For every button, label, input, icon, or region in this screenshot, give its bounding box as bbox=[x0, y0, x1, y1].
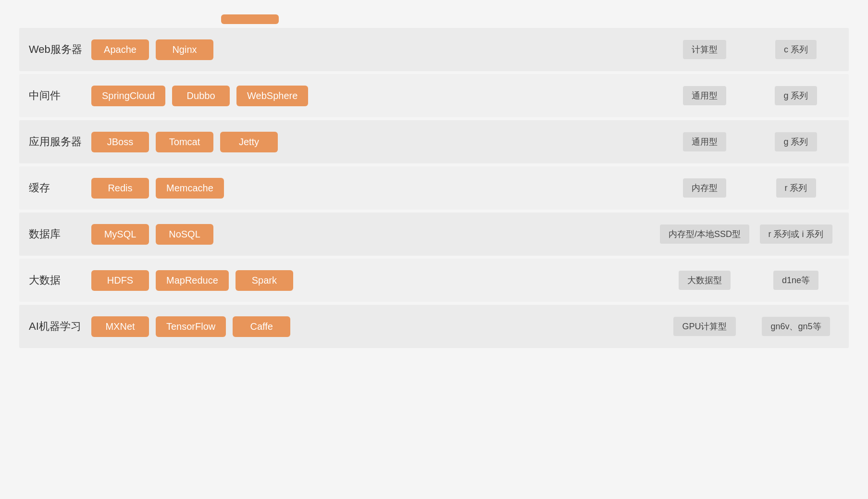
row-tags-web-server: ApacheNginx bbox=[91, 39, 657, 60]
row-label-app-server: 应用服务器 bbox=[29, 135, 91, 149]
series-badge-bigdata: d1ne等 bbox=[773, 271, 818, 290]
row-database: 数据库MySQLNoSQL内存型/本地SSD型r 系列或 i 系列 bbox=[19, 212, 849, 256]
type-badge-database: 内存型/本地SSD型 bbox=[660, 225, 749, 244]
tag-tomcat: Tomcat bbox=[156, 132, 213, 152]
row-tags-database: MySQLNoSQL bbox=[91, 224, 657, 245]
tag-springcloud: SpringCloud bbox=[91, 86, 165, 106]
tag-mapreduce: MapReduce bbox=[156, 270, 229, 291]
type-badge-ai-ml: GPU计算型 bbox=[673, 317, 735, 336]
row-series-ai-ml: gn6v、gn5等 bbox=[753, 317, 839, 336]
type-badge-cache: 内存型 bbox=[683, 178, 726, 198]
tag-apache: Apache bbox=[91, 39, 149, 60]
tag-jboss: JBoss bbox=[91, 132, 149, 152]
main-table: Web服务器ApacheNginx计算型c 系列中间件SpringCloudDu… bbox=[19, 28, 849, 348]
tag-websphere: WebSphere bbox=[236, 86, 308, 106]
tag-dubbo: Dubbo bbox=[172, 86, 230, 106]
row-bigdata: 大数据HDFSMapReduceSpark大数据型d1ne等 bbox=[19, 259, 849, 302]
tag-hdfs: HDFS bbox=[91, 270, 149, 291]
row-type-web-server: 计算型 bbox=[657, 40, 753, 59]
row-series-app-server: g 系列 bbox=[753, 132, 839, 151]
series-badge-database: r 系列或 i 系列 bbox=[760, 225, 832, 244]
tag-nosql: NoSQL bbox=[156, 224, 213, 245]
row-type-ai-ml: GPU计算型 bbox=[657, 317, 753, 336]
row-type-app-server: 通用型 bbox=[657, 132, 753, 151]
row-ai-ml: AI机器学习MXNetTensorFlowCaffeGPU计算型gn6v、gn5… bbox=[19, 305, 849, 348]
series-badge-app-server: g 系列 bbox=[775, 132, 817, 151]
series-badge-ai-ml: gn6v、gn5等 bbox=[762, 317, 830, 336]
row-tags-middleware: SpringCloudDubboWebSphere bbox=[91, 86, 657, 106]
row-tags-bigdata: HDFSMapReduceSpark bbox=[91, 270, 657, 291]
row-middleware: 中间件SpringCloudDubboWebSphere通用型g 系列 bbox=[19, 74, 849, 117]
row-tags-app-server: JBossTomcatJetty bbox=[91, 132, 657, 152]
row-label-cache: 缓存 bbox=[29, 181, 91, 195]
series-badge-cache: r 系列 bbox=[776, 178, 816, 198]
row-type-middleware: 通用型 bbox=[657, 86, 753, 105]
row-type-cache: 内存型 bbox=[657, 178, 753, 198]
tag-caffe: Caffe bbox=[233, 316, 290, 337]
type-badge-middleware: 通用型 bbox=[683, 86, 726, 105]
tag-redis: Redis bbox=[91, 178, 149, 199]
tag-mysql: MySQL bbox=[91, 224, 149, 245]
tag-mxnet: MXNet bbox=[91, 316, 149, 337]
tag-nginx: Nginx bbox=[156, 39, 213, 60]
series-badge-middleware: g 系列 bbox=[775, 86, 817, 105]
row-tags-ai-ml: MXNetTensorFlowCaffe bbox=[91, 316, 657, 337]
tag-jetty: Jetty bbox=[220, 132, 278, 152]
tag-memcache: Memcache bbox=[156, 178, 224, 199]
row-series-cache: r 系列 bbox=[753, 178, 839, 198]
row-label-web-server: Web服务器 bbox=[29, 42, 91, 57]
row-app-server: 应用服务器JBossTomcatJetty通用型g 系列 bbox=[19, 120, 849, 163]
row-label-bigdata: 大数据 bbox=[29, 273, 91, 287]
row-series-bigdata: d1ne等 bbox=[753, 271, 839, 290]
series-badge-web-server: c 系列 bbox=[775, 40, 817, 59]
tag-tensorflow: TensorFlow bbox=[156, 316, 226, 337]
row-label-ai-ml: AI机器学习 bbox=[29, 319, 91, 334]
type-badge-app-server: 通用型 bbox=[683, 132, 726, 151]
row-label-database: 数据库 bbox=[29, 227, 91, 241]
row-series-middleware: g 系列 bbox=[753, 86, 839, 105]
row-type-bigdata: 大数据型 bbox=[657, 271, 753, 290]
type-badge-web-server: 计算型 bbox=[683, 40, 726, 59]
row-web-server: Web服务器ApacheNginx计算型c 系列 bbox=[19, 28, 849, 71]
row-cache: 缓存RedisMemcache内存型r 系列 bbox=[19, 166, 849, 210]
row-label-middleware: 中间件 bbox=[29, 88, 91, 103]
row-tags-cache: RedisMemcache bbox=[91, 178, 657, 199]
type-badge-bigdata: 大数据型 bbox=[679, 271, 731, 290]
tag-spark: Spark bbox=[236, 270, 293, 291]
row-series-web-server: c 系列 bbox=[753, 40, 839, 59]
row-type-database: 内存型/本地SSD型 bbox=[657, 225, 753, 244]
slb-tag bbox=[221, 14, 279, 24]
row-series-database: r 系列或 i 系列 bbox=[753, 225, 839, 244]
